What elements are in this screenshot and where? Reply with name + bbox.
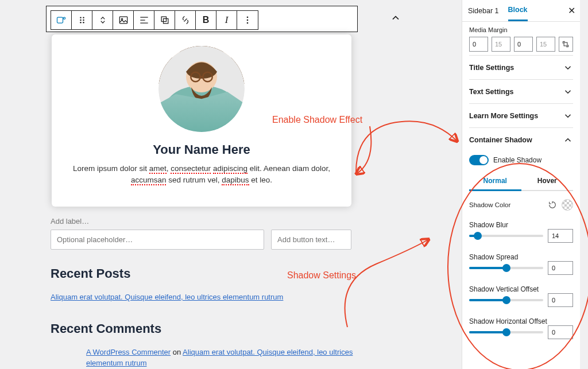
svg-point-6 <box>80 22 82 24</box>
shadow-spread-label: Shadow Spread <box>469 253 573 261</box>
media-margin-controls: 0 15 0 15 <box>469 37 573 52</box>
tab-sidebar1[interactable]: Sidebar 1 <box>468 1 499 21</box>
chevron-down-icon <box>563 63 573 73</box>
enable-shadow-label: Enable Shadow <box>493 156 541 164</box>
chevron-down-icon <box>563 87 573 97</box>
enable-shadow-toggle[interactable] <box>469 155 489 165</box>
svg-point-4 <box>80 20 82 21</box>
input-row: Optional placeholder… Add button text… <box>51 230 353 250</box>
shadow-spread-input[interactable]: 0 <box>548 261 573 275</box>
bold-button[interactable]: B <box>196 11 216 29</box>
avatar-image <box>158 46 245 132</box>
recent-post-link[interactable]: Aliquam erat volutpat. Quisque eleifend,… <box>51 293 353 301</box>
shadow-hoffset-label: Shadow Horizontal Offset <box>469 317 573 325</box>
panel-learn-more-settings[interactable]: Learn More Settings <box>469 103 573 127</box>
comment-author-link[interactable]: A WordPress Commenter <box>86 348 171 356</box>
more-options-icon[interactable] <box>237 11 258 29</box>
label-placeholder[interactable]: Add label… <box>51 217 353 226</box>
tab-block[interactable]: Block <box>508 0 528 21</box>
shadow-subtabs: Normal Hover <box>469 172 573 191</box>
svg-point-1 <box>63 17 65 19</box>
italic-button[interactable]: I <box>216 11 237 29</box>
enable-shadow-row: Enable Shadow <box>469 152 573 172</box>
media-margin-label: Media Margin <box>469 26 573 33</box>
svg-point-3 <box>83 17 84 18</box>
card-title[interactable]: Your Name Here <box>65 142 338 157</box>
button-text-input[interactable]: Add button text… <box>271 230 351 250</box>
shadow-color-label: Shadow Color <box>469 201 510 208</box>
panel-title-settings[interactable]: Title Settings <box>469 55 573 79</box>
card-description[interactable]: Lorem ipsum dolor sit amet, consectetur … <box>65 163 338 187</box>
profile-card[interactable]: Your Name Here Lorem ipsum dolor sit ame… <box>52 34 351 207</box>
move-updown-icon[interactable] <box>92 11 113 29</box>
shadow-voffset-slider[interactable] <box>469 299 543 301</box>
svg-rect-0 <box>57 17 63 23</box>
panel-container-shadow[interactable]: Container Shadow <box>469 127 573 152</box>
shadow-blur-input[interactable]: 14 <box>548 229 573 243</box>
svg-point-7 <box>83 22 84 24</box>
panel-text-settings[interactable]: Text Settings <box>469 79 573 103</box>
align-icon[interactable] <box>134 11 154 29</box>
link-values-icon[interactable] <box>559 37 573 52</box>
shadow-spread-slider[interactable] <box>469 267 543 269</box>
shadow-hoffset-slider[interactable] <box>469 331 543 333</box>
image-icon[interactable] <box>113 11 134 29</box>
shadow-voffset-label: Shadow Vertical Offset <box>469 285 573 293</box>
block-toolbar: B I <box>51 10 258 30</box>
margin-right-input[interactable]: 15 <box>492 37 510 52</box>
svg-rect-10 <box>161 17 166 21</box>
margin-left-input[interactable]: 15 <box>536 37 555 52</box>
svg-rect-8 <box>119 17 127 24</box>
chevron-down-icon <box>563 111 573 121</box>
subtab-normal[interactable]: Normal <box>469 172 521 191</box>
drag-handle-icon[interactable] <box>72 11 92 29</box>
svg-point-2 <box>80 17 82 18</box>
link-icon[interactable] <box>175 11 196 29</box>
svg-point-5 <box>83 20 84 21</box>
subtab-hover[interactable]: Hover <box>521 172 574 190</box>
shadow-hoffset-input[interactable]: 0 <box>548 325 573 339</box>
margin-bottom-input[interactable]: 0 <box>514 37 533 52</box>
chevron-up-icon <box>563 135 573 145</box>
sidebar-tabs: Sidebar 1 Block ✕ <box>462 0 580 22</box>
margin-top-input[interactable]: 0 <box>469 37 488 52</box>
recent-posts-heading: Recent Posts <box>51 266 353 281</box>
svg-rect-11 <box>163 19 168 24</box>
collapse-chevron-icon[interactable] <box>390 13 401 24</box>
svg-point-13 <box>247 20 249 21</box>
shadow-blur-slider[interactable] <box>469 235 543 237</box>
recent-comments-heading: Recent Comments <box>51 321 353 336</box>
svg-rect-21 <box>564 42 568 46</box>
duplicate-icon[interactable] <box>154 11 175 29</box>
block-type-button[interactable] <box>51 11 72 29</box>
shadow-blur-label: Shadow Blur <box>469 221 573 229</box>
shadow-voffset-input[interactable]: 0 <box>548 293 573 307</box>
color-swatch[interactable] <box>562 199 573 211</box>
settings-sidebar: Sidebar 1 Block ✕ Media Margin 0 15 0 15… <box>462 0 580 369</box>
svg-point-14 <box>247 22 249 24</box>
recent-comment-item: A WordPress Commenter on Aliquam erat vo… <box>86 347 356 369</box>
svg-point-12 <box>247 17 249 18</box>
close-icon[interactable]: ✕ <box>568 5 575 16</box>
text-input[interactable]: Optional placeholder… <box>51 230 264 250</box>
reset-icon[interactable] <box>548 200 557 209</box>
